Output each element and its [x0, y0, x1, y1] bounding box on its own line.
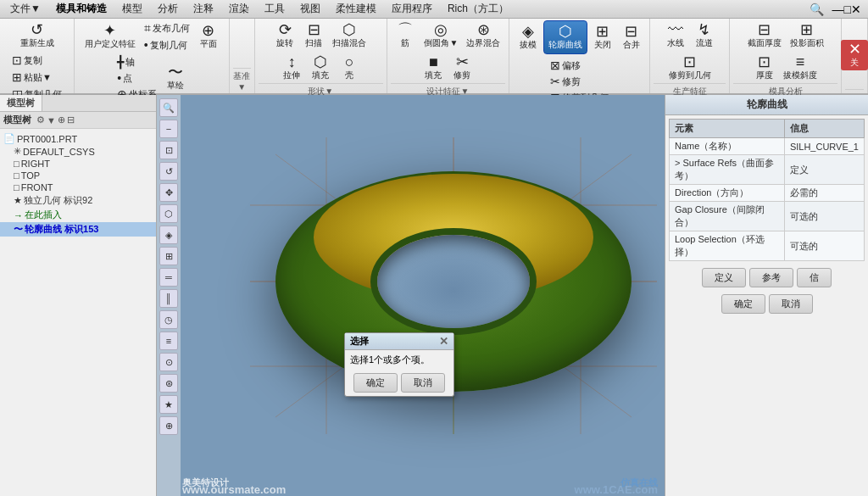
menu-analysis[interactable]: 分析 — [151, 0, 185, 18]
vt-annot[interactable]: ⊛ — [159, 374, 178, 393]
btn-plane[interactable]: ⊕ 平面 — [195, 21, 222, 52]
btn-blend[interactable]: ⬡ 填充 — [307, 53, 334, 83]
btn-proj-area[interactable]: ⊞ 投影面积 — [787, 20, 827, 51]
btn-runner[interactable]: ↯ 流道 — [691, 20, 718, 51]
selection-dialog-close[interactable]: ✕ — [439, 335, 448, 348]
btn-waterline[interactable]: 〰 水线 — [662, 20, 689, 51]
menu-mold[interactable]: 模具和铸造 — [49, 0, 114, 18]
btn-fill[interactable]: ■ 填充 — [420, 53, 447, 83]
tree-item-prt0001[interactable]: 📄 PRT0001.PRT — [0, 132, 156, 145]
proj-area-icon: ⊞ — [800, 22, 813, 37]
btn-sketch[interactable]: 〜 草绘 — [162, 63, 189, 93]
btn-user-feature[interactable]: ✦ 用户定义特征 — [81, 21, 139, 52]
sketch-icon: 〜 — [168, 64, 183, 80]
window-controls[interactable]: —□✕ — [829, 3, 865, 16]
boundary-blend-icon: ⊛ — [477, 22, 490, 37]
menu-flexible[interactable]: 柔性建模 — [329, 0, 383, 18]
tree-item-default-csys[interactable]: ✳ DEFAULT_CSYS — [0, 145, 156, 158]
tree-item-front[interactable]: □ FRONT — [0, 181, 156, 193]
vt-wire[interactable]: ⊞ — [159, 247, 178, 265]
ribbon-group-shape: ⟳ 旋转 ⊟ 扫描 ⬡ 扫描混合 ↕ 拉伸 ⬡ 填充 ○ 壳 — [255, 19, 387, 93]
btn-rib[interactable]: ⌒ 筋 — [392, 20, 419, 51]
menu-apps[interactable]: 应用程序 — [385, 0, 439, 18]
table-row: Name（名称） SILH_CURVE_1 — [670, 138, 865, 155]
btn-silhouette-curve[interactable]: ⬡ 轮廓曲线 — [543, 20, 587, 54]
btn-close-all[interactable]: ✕ 关 — [841, 40, 868, 70]
silhouette-icon: ⬡ — [559, 24, 572, 39]
btn-copy-geom2[interactable]: •复制几何 — [141, 37, 193, 53]
btn-merge[interactable]: ⊟ 合并 — [618, 22, 645, 53]
search-btn[interactable]: 🔍 — [806, 3, 827, 16]
btn-trim-parting[interactable]: ✂修剪 — [547, 74, 612, 89]
btn-define[interactable]: 定义 — [702, 268, 746, 287]
btn-draft-slope[interactable]: ≡ 拔模斜度 — [780, 53, 821, 83]
btn-thickness[interactable]: ⊡ 厚度 — [751, 53, 778, 83]
menu-render[interactable]: 渲染 — [222, 0, 256, 18]
vt-zoom-out[interactable]: − — [159, 120, 178, 138]
plane-icon: ⊕ — [202, 23, 214, 38]
btn-section-thick[interactable]: ⊟ 截面厚度 — [744, 20, 785, 51]
btn-offset[interactable]: ⊠偏移 — [547, 58, 612, 73]
vt-star[interactable]: ★ — [159, 395, 178, 414]
tree-item-top[interactable]: □ TOP — [0, 170, 156, 181]
tree-expand-icon[interactable]: ⊕ — [58, 114, 65, 125]
silh-icon: 〜 — [14, 223, 23, 236]
btn-info[interactable]: 信 — [797, 268, 832, 287]
vt-shade[interactable]: ◈ — [159, 226, 178, 244]
vt-plane1[interactable]: ═ — [159, 268, 178, 287]
btn-draft[interactable]: ◈ 拔模 — [515, 22, 542, 53]
btn-extrude[interactable]: ↕ 拉伸 — [278, 53, 305, 83]
btn-revolve[interactable]: ⟳ 旋转 — [271, 20, 298, 51]
vt-rotate[interactable]: ↺ — [159, 162, 178, 181]
vt-pan[interactable]: ✥ — [159, 183, 178, 202]
vt-layer[interactable]: ≡ — [159, 332, 178, 350]
torus-inner-hole — [377, 235, 530, 328]
btn-paste[interactable]: ⊞ 粘贴▼ — [8, 70, 65, 85]
tree-item-silh153[interactable]: 〜 轮廓曲线 标识153 — [0, 222, 156, 237]
vt-measure[interactable]: ⊙ — [159, 353, 178, 371]
tree-item-geom92[interactable]: ★ 独立几何 标识92 — [0, 193, 156, 208]
tree-settings-icon[interactable]: ⚙ — [36, 114, 45, 125]
tree-filter-icon[interactable]: ▼ — [47, 115, 56, 125]
tree-item-right[interactable]: □ RIGHT — [0, 158, 156, 170]
tree-item-insert[interactable]: → 在此插入 — [0, 208, 156, 222]
menu-file[interactable]: 文件▼ — [3, 0, 47, 18]
menu-model[interactable]: 模型 — [115, 0, 149, 18]
btn-boundary-blend[interactable]: ⊛ 边界混合 — [463, 20, 504, 51]
menu-annotation[interactable]: 注释 — [186, 0, 220, 18]
btn-cancel[interactable]: 取消 — [769, 294, 813, 314]
selection-confirm-button[interactable]: 确定 — [353, 373, 398, 393]
btn-confirm[interactable]: 确定 — [721, 294, 765, 314]
menu-view[interactable]: 视图 — [293, 0, 327, 18]
vt-zoom-in[interactable]: 🔍 — [159, 98, 178, 117]
btn-trim-geom2[interactable]: ⊡ 修剪到几何 — [665, 53, 715, 83]
tree-collapse-icon[interactable]: ⊟ — [67, 114, 75, 125]
vt-orient[interactable]: ◷ — [159, 310, 178, 329]
vt-extra[interactable]: ⊕ — [159, 416, 178, 435]
vt-plane2[interactable]: ║ — [159, 289, 178, 308]
vt-view3d[interactable]: ⬡ — [159, 204, 178, 223]
btn-trim-design[interactable]: ✂ 修剪 — [448, 53, 476, 83]
selection-cancel-button[interactable]: 取消 — [401, 373, 445, 393]
vt-fit[interactable]: ⊡ — [159, 141, 178, 159]
tree-tab-model[interactable]: 模型树 — [0, 95, 42, 111]
btn-point[interactable]: •点 — [114, 70, 160, 86]
col-element: 元素 — [670, 120, 785, 138]
dialog-title: 轮廓曲线 — [665, 95, 868, 115]
cell-name-value: SILH_CURVE_1 — [784, 138, 864, 155]
viewport[interactable]: 🔍 − ⊡ ↺ ✥ ⬡ ◈ ⊞ ═ ║ ◷ ≡ ⊙ ⊛ ★ ⊕ — [157, 95, 665, 496]
group-label-datum: 基准▼ — [233, 68, 251, 92]
btn-publish-geom[interactable]: ⌗发布几何 — [141, 20, 193, 36]
menu-tools[interactable]: 工具 — [258, 0, 292, 18]
btn-reference[interactable]: 参考 — [749, 268, 793, 287]
menu-rich[interactable]: Rich（方工） — [441, 0, 515, 18]
btn-close[interactable]: ⊞ 关闭 — [589, 22, 616, 53]
btn-sweep-blend[interactable]: ⬡ 扫描混合 — [329, 20, 370, 51]
btn-round[interactable]: ◎ 倒圆角▼ — [420, 20, 461, 51]
btn-copy[interactable]: ⊡ 复制 — [8, 53, 65, 68]
btn-axis[interactable]: ╋轴 — [114, 54, 160, 70]
btn-shell[interactable]: ○ 壳 — [336, 53, 363, 83]
btn-sweep[interactable]: ⊟ 扫描 — [300, 20, 327, 51]
btn-regenerate[interactable]: ↺ 重新生成 — [17, 20, 58, 51]
col-info: 信息 — [784, 120, 864, 138]
